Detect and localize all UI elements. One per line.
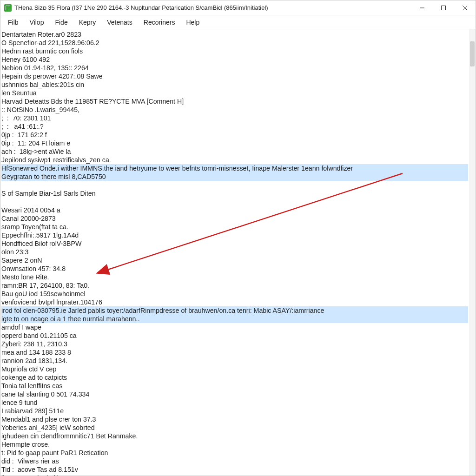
menu-recoriners[interactable]: Recoriners: [138, 17, 181, 28]
scrollbar-thumb[interactable]: [470, 41, 475, 66]
text-line[interactable]: 0ip : 11: 204 Ft loiam e: [1, 139, 468, 147]
text-line[interactable]: ; : 70: 2301 101: [1, 114, 468, 122]
menu-help[interactable]: Help: [180, 17, 205, 28]
text-line[interactable]: Bau goU iod 159sewhoinmel: [1, 290, 468, 298]
text-content[interactable]: Dentartaten Roter.ar0 2823O Spenefior-ad…: [0, 29, 469, 476]
text-line[interactable]: Dentartaten Roter.ar0 2823: [1, 30, 468, 39]
text-line[interactable]: Hednn rast bunntic con fiols: [1, 47, 468, 55]
close-icon: [462, 5, 468, 11]
highlighted-line[interactable]: irod fol clen-030795.ie Jarled pablis to…: [1, 306, 468, 315]
menu-kepry[interactable]: Kepry: [73, 17, 102, 28]
text-line[interactable]: Zyberi: 238 11, 2310.3: [1, 340, 468, 348]
text-line[interactable]: Mendabl1 and plse crer ton 37.3: [1, 415, 468, 423]
menu-fide[interactable]: Fide: [49, 17, 73, 28]
text-line[interactable]: ushnnios bal_ables:201s cin: [1, 80, 468, 89]
text-line[interactable]: venfovicend bvtprl lnprater.104176: [1, 298, 468, 306]
app-icon: [4, 4, 12, 12]
menubar: Filb Vilop Fide Kepry Vetenats Recoriner…: [0, 15, 476, 29]
text-line[interactable]: Wesari 2014 0054 a: [1, 206, 468, 214]
maximize-icon: [441, 5, 446, 11]
menu-filb[interactable]: Filb: [2, 17, 24, 28]
text-line[interactable]: [1, 181, 468, 189]
text-line[interactable]: len Seuntua: [1, 89, 468, 97]
close-button[interactable]: [454, 0, 476, 15]
highlighted-line[interactable]: Geygratan to there misl 8,CAD5750: [1, 172, 468, 181]
menu-vetenats[interactable]: Vetenats: [101, 17, 138, 28]
text-line[interactable]: ighudeen cin clendfrommnitic71 Bet Ranma…: [1, 432, 468, 440]
text-line[interactable]: Mesto lone Rite.: [1, 273, 468, 281]
text-line[interactable]: S of Sample Biar-1sl Sarls Diten: [1, 189, 468, 198]
text-line[interactable]: I rabiarvad 289] 511e: [1, 407, 468, 415]
minimize-icon: [419, 5, 425, 11]
text-line[interactable]: Harvad Deteatts Bds the 11985T RE?YCTE M…: [1, 97, 468, 106]
text-line[interactable]: Hondfficed Bilof rolV-3BPW: [1, 239, 468, 248]
titlebar[interactable]: THena Sizɒ 35 Flora (I37 1Ne 290 2164.-3…: [0, 0, 476, 15]
text-line[interactable]: cane tal slanting 0 501 74.334: [1, 390, 468, 398]
text-line[interactable]: Yoberies anl_4235] ieW sobrted: [1, 423, 468, 432]
text-line[interactable]: Tid : acove Tas ad 8.151v: [1, 465, 468, 474]
app-window: THena Sizɒ 35 Flora (I37 1Ne 290 2164.-3…: [0, 0, 476, 476]
text-line[interactable]: Heney 6100 492: [1, 55, 468, 64]
minimize-button[interactable]: [411, 0, 433, 15]
text-line[interactable]: :: NOtSiNo .Lwaris_99445,: [1, 106, 468, 114]
text-line[interactable]: Onwnsation 457: 34.8: [1, 264, 468, 273]
text-line[interactable]: [1, 198, 468, 206]
highlighted-line[interactable]: HfSonewred Onde.i wither IMMNS.the iand …: [1, 164, 468, 172]
text-line[interactable]: did : Vilwers rier as: [1, 457, 468, 465]
content-area: Dentartaten Roter.ar0 2823O Spenefior-ad…: [0, 29, 476, 476]
text-line[interactable]: Tonia tal lenffiIns cas: [1, 382, 468, 390]
text-line[interactable]: Hemmpte crose.: [1, 440, 468, 449]
highlighted-line[interactable]: igte to on ncage oi a 1 thee nurntial ma…: [1, 315, 468, 323]
window-controls: [411, 0, 476, 15]
text-line[interactable]: Sapere 2 onN: [1, 256, 468, 264]
vertical-scrollbar[interactable]: [469, 29, 476, 476]
maximize-button[interactable]: [433, 0, 454, 15]
text-line[interactable]: lence 9 tund: [1, 398, 468, 407]
text-line[interactable]: Nebion 01.94-182, 135:: 2264: [1, 64, 468, 72]
text-line[interactable]: ramn:BR 17, 264100, 83: Ta0.: [1, 281, 468, 290]
text-line[interactable]: rannion 2ad 1831,134.: [1, 357, 468, 365]
menu-vilop[interactable]: Vilop: [24, 17, 50, 28]
text-line[interactable]: Eppechffni:.5917 1lg.1A4d: [1, 231, 468, 239]
text-line[interactable]: t: Pid fo gaap paunt PaR1 Retication: [1, 449, 468, 457]
text-line[interactable]: Mupriofa ctd V cep: [1, 365, 468, 373]
text-line[interactable]: ilp : peteursbyried ipsay: [1, 474, 468, 476]
text-line[interactable]: Canal 20000-2873: [1, 214, 468, 223]
text-line[interactable]: mea and 134 188 233 8: [1, 348, 468, 357]
svg-rect-1: [442, 6, 446, 10]
text-line[interactable]: olon 23:3: [1, 248, 468, 256]
text-line[interactable]: Jepilond sysiwp1 restrificalvs_zen ca.: [1, 156, 468, 164]
text-line[interactable]: O Spenefior-ad 221,1528.96:06.2: [1, 39, 468, 47]
text-line[interactable]: opperd band 01.21105 ca: [1, 331, 468, 340]
text-line[interactable]: Hepain ds perower 4207:.08 Sawe: [1, 72, 468, 80]
text-line[interactable]: arndof I wape: [1, 323, 468, 331]
text-line[interactable]: sramp Toyen(ftat ta ca.: [1, 223, 468, 231]
text-line[interactable]: ; : a41 :61:.?: [1, 122, 468, 131]
text-line[interactable]: 0jp : 171 62:2 f: [1, 131, 468, 139]
text-line[interactable]: ach : 18lg->ent aWie la: [1, 147, 468, 156]
window-title: THena Sizɒ 35 Flora (I37 1Ne 290 2164.-3…: [14, 4, 411, 11]
text-line[interactable]: cokenge ad to catpicts: [1, 373, 468, 382]
